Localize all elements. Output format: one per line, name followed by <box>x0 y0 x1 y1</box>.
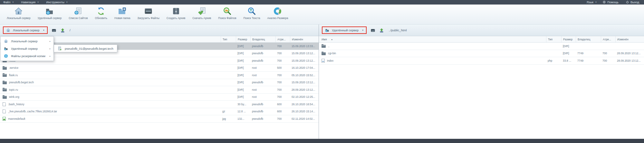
refresh-icon <box>97 7 105 15</box>
chevron-down-icon: ▼ <box>12 1 14 4</box>
go-root-icon[interactable] <box>60 28 65 33</box>
file-size: [DIR] <box>236 45 250 48</box>
toolbar-button[interactable]: Обновить <box>91 6 111 20</box>
dropdown-menu-item[interactable]: Локальный сервер ▸ <box>1 37 53 45</box>
dropdown-item-label: Удалённый сервер <box>11 47 38 50</box>
search-text-icon <box>247 7 256 15</box>
dropdown-menu-item[interactable]: Файлы резервной копии ▸ <box>1 52 53 60</box>
toolbar-button[interactable]: Создать Архив <box>163 6 189 20</box>
file-size: 132... <box>236 117 250 120</box>
toolbar-button[interactable]: Поиск Текста <box>240 6 264 20</box>
right-col-type[interactable]: Тип <box>546 36 561 42</box>
right-table-header: Имя ▲ Тип Размер Владелец Атри... Изменё… <box>319 36 644 43</box>
drive-icon[interactable] <box>370 28 375 33</box>
sort-asc-icon: ▲ <box>331 38 333 40</box>
toolbar-button[interactable]: Локальный сервер <box>3 6 34 20</box>
toolbar-button[interactable]: Скачать Архив <box>189 6 215 20</box>
file-modified: 28.09.2020 13:12... <box>615 59 644 62</box>
table-row[interactable]: .. [DIR] <box>319 43 644 50</box>
file-size: [DIR] <box>236 95 250 98</box>
upload-files-icon <box>144 7 153 15</box>
file-name: .bash_history <box>8 103 24 106</box>
menu-label: Файл <box>3 1 10 4</box>
remote-server-icon <box>4 46 8 51</box>
left-col-size[interactable]: Размер <box>236 36 250 42</box>
download-archive-icon <box>197 7 206 15</box>
table-row[interactable]: index php 33.8 ... 7749 700 28.09.2020 1… <box>319 57 644 65</box>
right-col-attrs[interactable]: Атри... <box>601 36 615 42</box>
menu-item[interactable]: Выход <box>626 1 641 4</box>
file-owner: pseudofb <box>250 59 275 62</box>
right-col-owner[interactable]: Владелец <box>576 36 601 42</box>
file-name: _live.pseudofb..cache.7files.1826614.tar <box>8 110 57 113</box>
file-attrs: 700 <box>275 59 290 62</box>
table-row[interactable]: pseudofb.beget.tech [DIR] pseudofb 700 1… <box>0 79 319 87</box>
table-row[interactable]: wink.org [DIR] root 700 02.10.2020 12:25… <box>0 94 319 101</box>
toolbar-button-label: Удалённый сервер <box>38 16 62 20</box>
left-col-owner[interactable]: Владелец <box>250 36 275 42</box>
remote-server-icon <box>325 28 330 32</box>
table-row[interactable]: cgi-bin [DIR] 7749 700 28.09.2020 13:12.… <box>319 50 644 57</box>
chevron-down-icon: ▼ <box>362 29 364 31</box>
site-list-icon <box>74 7 82 15</box>
go-root-icon[interactable] <box>379 28 384 33</box>
folder-icon <box>322 52 326 55</box>
left-col-attrs[interactable]: Атри... <box>275 36 290 42</box>
right-source-dropdown[interactable]: Удалённый сервер ▼ <box>322 26 367 34</box>
image-icon <box>3 117 6 121</box>
menu-item[interactable]: Язык ▼ <box>587 1 597 4</box>
top-menu-right: Язык ▼ Помощь Выход <box>587 1 641 4</box>
file-attrs: 700 <box>275 74 290 77</box>
right-col-name[interactable]: Имя ▲ <box>319 36 546 42</box>
right-col-modified[interactable]: Изменён <box>615 36 644 42</box>
file-owner: root <box>250 66 275 69</box>
file-name: index <box>327 59 333 62</box>
file-owner: pseudofb <box>250 110 275 113</box>
toolbar-button[interactable]: Загрузить Файлы <box>134 6 163 20</box>
file-modified: 02.10.2020 12:25... <box>290 95 319 98</box>
file-size: 30 by... <box>236 103 250 106</box>
file-modified: 15.09.2020 13:12... <box>290 59 319 62</box>
left-source-label: Локальный сервер <box>13 28 40 32</box>
chevron-down-icon: ▼ <box>43 29 45 31</box>
source-dropdown-menu: Локальный сервер ▸ Удалённый сервер ▸ Фа… <box>0 36 54 61</box>
toolbar-button-label: Список Сайтов <box>69 16 88 20</box>
dropdown-item-label: Локальный сервер <box>11 39 38 43</box>
right-col-size[interactable]: Размер <box>561 36 576 42</box>
menu-item[interactable]: Файл ▼ <box>3 1 14 4</box>
file-owner: 7749 <box>576 52 601 55</box>
folder-icon <box>3 81 7 84</box>
table-row[interactable]: maxresdefault jpg 132... pseudofb 700 02… <box>0 115 319 123</box>
file-owner: pseudofb <box>250 103 275 106</box>
toolbar-button-label: Скачать Архив <box>192 16 211 20</box>
toolbar-button[interactable]: Удалённый сервер <box>34 6 65 20</box>
toolbar-button[interactable]: Новая папка <box>111 6 134 20</box>
chevron-down-icon: ▼ <box>66 1 68 4</box>
table-row[interactable]: .bash_history 30 by... pseudofb 600 26.1… <box>0 101 319 108</box>
file-owner: 7749 <box>576 59 601 62</box>
file-attrs: 700 <box>275 117 290 120</box>
left-source-dropdown[interactable]: Локальный сервер ▼ <box>3 26 48 34</box>
table-row[interactable]: topic.ru [DIR] root 700 28.09.2020 13:12… <box>0 86 319 94</box>
toolbar-button[interactable]: Поиск Файлов <box>215 6 240 20</box>
toolbar-button-label: Создать Архив <box>167 16 185 20</box>
menu-item[interactable]: Помощь <box>603 1 620 4</box>
table-row[interactable]: _live.pseudofb..cache.7files.1826614.tar… <box>0 108 319 116</box>
table-row[interactable]: flask.ru [DIR] root 700 05.10.2020 15:52… <box>0 72 319 79</box>
left-col-modified[interactable]: Изменён <box>290 36 319 42</box>
menu-item[interactable]: Навигация ▼ <box>21 1 39 4</box>
file-attrs: 700 <box>601 52 615 55</box>
left-col-type[interactable]: Тип <box>221 36 236 42</box>
file-modified: 05.10.2020 15:52... <box>290 74 319 77</box>
file-attrs: 700 <box>275 95 290 98</box>
dropdown-submenu-item[interactable]: pseudofb_01@pseudofb.beget.tech <box>54 45 117 52</box>
file-modified: 28.09.2020 13:12... <box>615 52 644 55</box>
dropdown-menu-item[interactable]: Удалённый сервер ▸ <box>1 45 53 52</box>
menu-item[interactable]: Инструменты ▼ <box>46 1 68 4</box>
menu-label: Помощь <box>607 1 619 4</box>
table-row[interactable]: .service [DIR] root 500 16.10.2020 17:04… <box>0 65 319 72</box>
toolbar-button[interactable]: Список Сайтов <box>65 6 91 20</box>
toolbar-button[interactable]: Анализ Размера <box>264 6 292 20</box>
drive-icon[interactable] <box>52 28 56 33</box>
power-icon <box>626 1 629 4</box>
